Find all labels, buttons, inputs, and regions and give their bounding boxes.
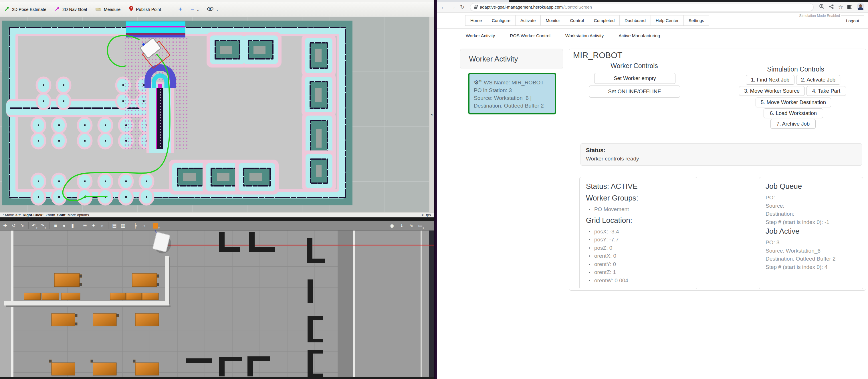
plot-button[interactable]: ∿ <box>408 222 415 229</box>
tab-monitor[interactable]: Monitor <box>540 15 565 26</box>
tab-activate[interactable]: Activate <box>515 15 541 26</box>
tab-control[interactable]: Control <box>565 15 589 26</box>
sim-activate-job-button[interactable]: 2. Activate Job <box>796 75 840 85</box>
publish-point-label: Publish Point <box>136 7 161 12</box>
bookmark-star-icon[interactable]: ☆ <box>838 4 843 10</box>
directional-light-button[interactable]: ☼ <box>99 222 105 229</box>
directional-light-icon: ☼ <box>100 223 104 228</box>
queue-po: PO: <box>766 194 857 202</box>
paste-button[interactable]: ▥ <box>120 222 126 229</box>
zoom-in-tool[interactable]: + <box>179 6 182 12</box>
chevron-down-icon: ▾ <box>36 226 37 229</box>
toolbar-separator <box>129 222 129 229</box>
displays-panel-handle[interactable]: ◂ <box>429 17 434 212</box>
tab-dashboard[interactable]: Dashboard <box>619 15 651 26</box>
tab-help-center[interactable]: Help Center <box>651 15 684 26</box>
toolbar-separator <box>150 222 150 229</box>
zoom-search-button[interactable] <box>819 4 825 10</box>
pose-estimate-tool[interactable]: 2D Pose Estimate <box>5 6 46 12</box>
tab-settings[interactable]: Settings <box>683 15 709 26</box>
snap-button[interactable]: ∩ <box>141 222 147 229</box>
fullscreen-button[interactable]: ▭▾ <box>418 222 425 229</box>
toolbar-separator <box>28 222 29 229</box>
avatar[interactable] <box>857 3 865 12</box>
subnav-ros-worker-control[interactable]: ROS Worker Control <box>510 33 551 38</box>
grid-orentz: •orentZ: 1 <box>586 268 691 277</box>
minus-icon: − <box>190 6 194 12</box>
grid-posy: •posY: -7.7 <box>586 236 691 244</box>
simulation-controls-title: Simulation Controls <box>738 65 853 73</box>
collapse-arrow-icon: ◂ <box>431 113 433 117</box>
sim-move-worker-source-button[interactable]: 3. Move Worker Source <box>739 86 805 96</box>
active-source: Source: Workstation_6 <box>766 247 857 255</box>
sim-load-workstation-button[interactable]: 6. Load Workstation <box>764 108 823 118</box>
share-button[interactable] <box>829 4 834 10</box>
copy-icon: ▤ <box>112 223 117 228</box>
worker-status-heading: Status: ACTIVE <box>586 182 691 191</box>
undo-icon: ↶ <box>32 223 36 228</box>
screenshot-button[interactable]: ◉ <box>389 222 395 229</box>
set-worker-empty-button[interactable]: Set Worker empty <box>594 73 676 84</box>
zoom-out-tool[interactable]: −▾ <box>190 6 198 12</box>
forward-button[interactable]: → <box>450 4 456 10</box>
set-online-offline-button[interactable]: Set ONLINE/OFFLINE <box>589 86 680 98</box>
subnav-active-manufacturing[interactable]: Active Manufacturing <box>619 33 660 38</box>
status-value: Worker controls ready <box>586 156 857 162</box>
view-tool[interactable]: ▾ <box>207 7 218 12</box>
sub-nav: Worker Activity ROS Worker Control Works… <box>437 29 868 43</box>
spot-light-button[interactable]: ✦ <box>90 222 97 229</box>
sim-archive-job-button[interactable]: 7. Archive Job <box>770 119 816 129</box>
chevron-down-icon: ▾ <box>44 226 46 229</box>
worker-groups-heading: Worker Groups: <box>586 194 691 202</box>
point-light-button[interactable]: ☀ <box>82 222 88 229</box>
scale-mode-button[interactable]: ⇲ <box>19 222 26 229</box>
grid-orentx: •orentX: 0 <box>586 252 691 260</box>
sim-move-worker-destination-button[interactable]: 5. Move Worker Destination <box>755 98 831 107</box>
insert-sphere-button[interactable]: ● <box>61 222 67 229</box>
subnav-worker-activity[interactable]: Worker Activity <box>466 33 495 38</box>
publish-point-tool[interactable]: Publish Point <box>129 6 161 12</box>
back-button[interactable]: ← <box>441 4 446 10</box>
gazebo-toolbar: ✚ ↺ ⇲ ↶▾ ↷▾ ■ ● ▮ ☀ ✦ ☼ ▤ ▥ ╞ ∩ ▾ ◉ ↧ ∿ … <box>0 221 434 230</box>
desktop-gap <box>434 0 437 379</box>
rviz-status-bar: : Move X/Y. Right-Click:: Zoom. Shift: M… <box>0 212 434 217</box>
lock-icon <box>474 7 477 9</box>
tab-configure[interactable]: Configure <box>487 15 516 26</box>
rotate-mode-button[interactable]: ↺ <box>10 222 17 229</box>
grid-posx: •posX: -3.4 <box>586 228 691 236</box>
job-panel: Job Queue PO: Source: Destination: Step … <box>759 177 863 289</box>
fps-counter: 31 fps <box>421 213 431 217</box>
sim-take-part-button[interactable]: 4. Take Part <box>806 86 846 96</box>
copy-button[interactable]: ▤ <box>111 222 118 229</box>
translate-icon: ✚ <box>3 223 7 228</box>
tab-home[interactable]: Home <box>465 15 487 26</box>
worker-card-mir-robot[interactable]: ⚙⚙ WS Name: MIR_ROBOT PO in Station: 3 S… <box>468 73 556 115</box>
rviz-map-viewport[interactable] <box>0 17 429 212</box>
chevron-down-icon: ▾ <box>197 9 198 12</box>
point-light-icon: ☀ <box>83 223 87 228</box>
nav-goal-tool[interactable]: 2D Nav Goal <box>55 6 87 12</box>
translate-mode-button[interactable]: ✚ <box>2 222 8 229</box>
magenta-arrow-icon <box>55 6 60 12</box>
log-record-button[interactable]: ↧ <box>398 222 405 229</box>
subnav-workstation-activity[interactable]: Workstation Activity <box>565 33 603 38</box>
view-angle-button[interactable]: ▾ <box>153 222 160 229</box>
gear-icon: ⚙ <box>478 79 482 83</box>
reload-button[interactable]: ↻ <box>460 4 465 10</box>
insert-cylinder-button[interactable]: ▮ <box>69 222 76 229</box>
tab-completed[interactable]: Completed <box>589 15 620 26</box>
measure-tool[interactable]: Measure <box>96 7 120 12</box>
eye-icon <box>207 7 213 12</box>
undo-button[interactable]: ↶▾ <box>31 222 38 229</box>
tab-logout[interactable]: Logout <box>841 15 864 26</box>
gazebo-3d-viewport[interactable] <box>0 230 434 378</box>
insert-box-button[interactable]: ■ <box>52 222 59 229</box>
address-bar[interactable]: adaptive-goal-management.herokuapp.com/C… <box>470 3 814 11</box>
chevron-down-icon: ▾ <box>217 9 218 12</box>
sidebar-toggle-button[interactable] <box>847 5 852 9</box>
align-button[interactable]: ╞ <box>132 222 139 229</box>
plot-icon: ∿ <box>409 223 413 228</box>
pose-estimate-label: 2D Pose Estimate <box>12 7 46 12</box>
redo-button[interactable]: ↷▾ <box>40 222 46 229</box>
sim-find-next-job-button[interactable]: 1. Find Next Job <box>746 75 795 85</box>
